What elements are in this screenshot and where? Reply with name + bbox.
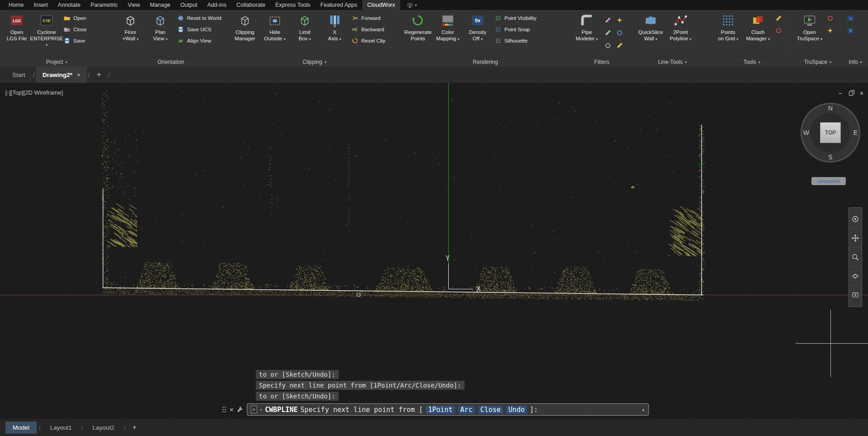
ribbon-button-open[interactable]: Open: [63, 14, 86, 22]
ribbon-button-silhouette[interactable]: Silhouette: [494, 37, 537, 44]
command-input[interactable]: > ▾ CWBPLINE Specify next line point fro…: [247, 403, 649, 416]
ribbon-button-fit-pencil[interactable]: [604, 16, 612, 24]
ribbon-button-fit-trim[interactable]: [616, 29, 623, 37]
minimize-window-icon[interactable]: −: [839, 90, 842, 97]
restore-window-icon[interactable]: [849, 91, 853, 96]
command-option-arc[interactable]: Arc: [458, 406, 475, 414]
ribbon-group-label-line-tools[interactable]: Line-Tools▾: [634, 57, 711, 67]
viewcube-south-label[interactable]: S: [828, 153, 832, 161]
ribbon-display-toggle[interactable]: ▾: [407, 0, 417, 10]
ribbon-button-tool-target[interactable]: [775, 27, 782, 34]
ribbon-button-regenerate-points[interactable]: RegeneratePoints: [403, 11, 433, 42]
layout-tab-layout2[interactable]: Layout2: [85, 422, 121, 434]
zoom-icon[interactable]: [849, 248, 861, 267]
ribbon-button-fit-wand[interactable]: [616, 16, 623, 24]
command-option-close[interactable]: Close: [478, 406, 503, 414]
viewport-controls-label[interactable]: [-][Top][2D Wireframe]: [5, 89, 63, 96]
ribbon-tab-cloudworx[interactable]: CloudWorx: [362, 0, 400, 10]
pan-icon[interactable]: [849, 229, 861, 248]
ribbon-button-density-off[interactable]: 0xDensityOff ▾: [463, 11, 493, 42]
ribbon-button-color-mapping[interactable]: ColorMapping ▾: [433, 11, 463, 42]
ribbon-button-truspace-settings[interactable]: [826, 27, 834, 34]
ribbon-group-label-rendering[interactable]: Rendering: [401, 57, 570, 67]
ribbon-tab-output[interactable]: Output: [175, 0, 202, 10]
command-history-toggle-icon[interactable]: ▴: [638, 407, 645, 412]
ribbon-button-fit-circle[interactable]: [604, 42, 612, 49]
viewcube-top-face[interactable]: TOP: [820, 122, 841, 143]
new-drawing-tab-button[interactable]: +: [91, 70, 107, 79]
viewcube-west-label[interactable]: W: [803, 129, 809, 136]
ribbon-button-help[interactable]: ?: [847, 27, 854, 34]
ribbon-button-reset-clip[interactable]: Reset Clip: [351, 37, 385, 44]
ribbon-group-label-tools[interactable]: Tools▾: [711, 57, 792, 67]
ribbon-button-reset-to-world[interactable]: Reset to World: [177, 14, 221, 22]
ribbon-group-label-project[interactable]: Project▾: [0, 57, 113, 67]
viewcube[interactable]: N W E S TOP: [801, 103, 860, 163]
recent-commands-icon[interactable]: ▾: [260, 407, 262, 412]
ribbon-tab-express-tools[interactable]: Express Tools: [270, 0, 316, 10]
ribbon-button-forward[interactable]: Forward: [351, 14, 385, 22]
ribbon-tab-view[interactable]: View: [123, 0, 145, 10]
showmotion-icon[interactable]: [849, 286, 861, 305]
ribbon-button-open-lgs-file[interactable]: LGSOpenLGS File: [2, 11, 32, 42]
ribbon-button-2point-polyline[interactable]: 2PointPolyline ▾: [666, 11, 695, 42]
ribbon-tab-annotate[interactable]: Annotate: [53, 0, 86, 10]
ribbon-button-fit-extend[interactable]: [604, 29, 612, 37]
ribbon-button-x-axis[interactable]: XXAxis ▾: [320, 11, 350, 42]
command-option-undo[interactable]: Undo: [506, 406, 527, 414]
file-tab-drawing2[interactable]: Drawing2*×: [36, 67, 87, 83]
ribbon-button-plan-view[interactable]: PlanView ▾: [145, 11, 175, 42]
steering-wheel-icon[interactable]: [849, 210, 861, 229]
ribbon-button-align-view[interactable]: Align View: [177, 37, 221, 44]
ribbon-tab-collaborate[interactable]: Collaborate: [231, 0, 270, 10]
orbit-icon[interactable]: [849, 267, 861, 286]
ribbon-button-truspace-record[interactable]: [826, 14, 834, 22]
close-tab-icon[interactable]: ×: [77, 72, 81, 78]
ribbon-button-points-on-grid[interactable]: Pointson Grid ▾: [713, 11, 743, 42]
ribbon-tab-parametric[interactable]: Parametric: [86, 0, 123, 10]
ribbon-tab-featured-apps[interactable]: Featured Apps: [316, 0, 362, 10]
layout-tab-model[interactable]: Model: [5, 422, 37, 434]
active-command-name: CWBPLINE: [265, 406, 297, 414]
new-layout-button[interactable]: +: [128, 423, 141, 431]
ribbon-group-label-info[interactable]: Info▾: [843, 57, 868, 67]
file-tab-start[interactable]: Start: [5, 67, 32, 83]
ribbon-tab-add-ins[interactable]: Add-ins: [202, 0, 231, 10]
ribbon-group-label-truspace[interactable]: TruSpace▾: [793, 57, 843, 67]
ribbon-group-label-orientation[interactable]: Orientation: [114, 57, 228, 67]
layout-tab-layout1[interactable]: Layout1: [43, 422, 79, 434]
ribbon-button-save-ucs[interactable]: Save UCS: [177, 26, 221, 33]
viewport[interactable]: [-][Top][2D Wireframe] − × N W E S TOP U…: [0, 83, 868, 419]
ribbon-button-clash-manager[interactable]: ClashManager ▾: [743, 11, 773, 42]
ribbon-button-hide-outside[interactable]: HideOutside ▾: [260, 11, 290, 42]
command-option-1point[interactable]: 1Point: [426, 406, 455, 414]
ribbon-button-backward[interactable]: Backward: [351, 26, 385, 33]
ribbon-button-clipping-manager[interactable]: ClippingManager: [230, 11, 260, 42]
ribbon-group-label-clipping[interactable]: Clipping▾: [228, 57, 401, 67]
close-window-icon[interactable]: ×: [860, 90, 863, 97]
ribbon-button-point-visibility[interactable]: Point Visibility: [494, 14, 537, 22]
viewcube-north-label[interactable]: N: [828, 105, 833, 112]
ribbon-button-limit-box[interactable]: LimitBox ▾: [290, 11, 320, 42]
command-line-grip[interactable]: [221, 406, 226, 413]
ribbon-button-pipe-modeler[interactable]: PipeModeler ▾: [572, 11, 602, 42]
ribbon-button-quickslice-wall[interactable]: QuickSliceWall ▾: [636, 11, 666, 42]
drawing-canvas[interactable]: [0, 83, 868, 419]
ucs-chip[interactable]: Unnamed: [811, 177, 846, 185]
ribbon-tab-home[interactable]: Home: [4, 0, 29, 10]
command-line-close-icon[interactable]: ×: [230, 406, 234, 413]
ribbon-button-save[interactable]: Save: [63, 37, 86, 44]
ribbon-button-close[interactable]: Close: [63, 26, 86, 33]
ribbon-button-fit-brush[interactable]: [616, 42, 623, 49]
viewcube-east-label[interactable]: E: [854, 129, 858, 136]
ribbon-tab-insert[interactable]: Insert: [29, 0, 53, 10]
ribbon-tab-manage[interactable]: Manage: [145, 0, 175, 10]
ribbon-button-tool-brush[interactable]: [775, 14, 782, 22]
ribbon-group-label-fitters[interactable]: Fitters: [570, 57, 633, 67]
ribbon-button-info[interactable]: i: [847, 14, 854, 22]
ribbon-button-open-truspace[interactable]: OpenTruSpace ▾: [795, 11, 825, 42]
ribbon-button-floor-wall[interactable]: Floor+Wall ▾: [115, 11, 145, 42]
ribbon-button-point-snap[interactable]: Point Snap: [494, 26, 537, 33]
ribbon-button-cyclone-enterprise[interactable]: CYECycloneENTERPRISE ▾: [32, 11, 62, 48]
customize-wrench-icon[interactable]: [237, 406, 244, 413]
